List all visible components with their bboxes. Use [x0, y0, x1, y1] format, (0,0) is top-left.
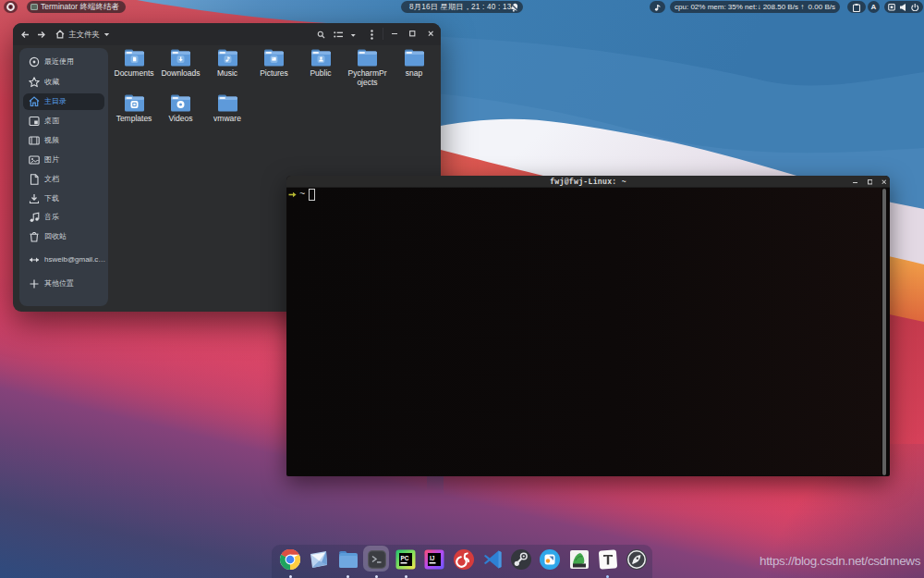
svg-text:PC: PC	[401, 555, 409, 561]
svg-text:IJ: IJ	[430, 555, 435, 561]
